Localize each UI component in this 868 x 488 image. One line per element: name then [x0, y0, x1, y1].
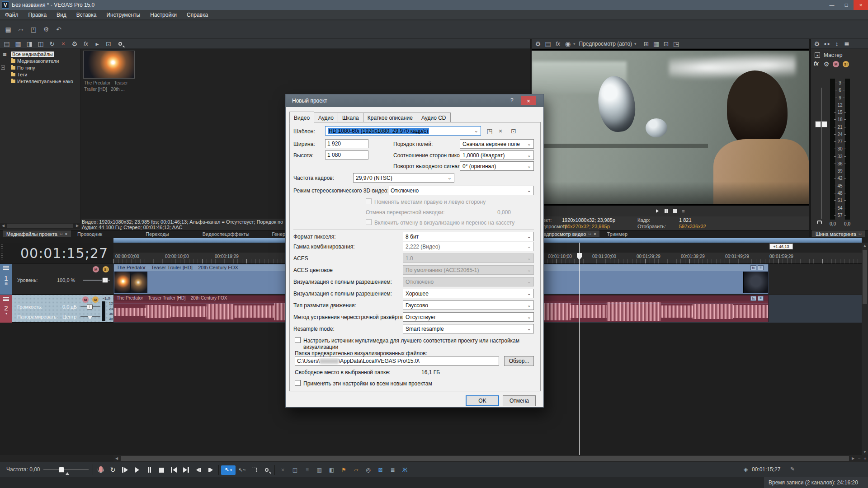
zoom-tool-button[interactable] — [261, 465, 272, 474]
deinterlace-combo[interactable]: Отсутствует⌄ — [403, 312, 534, 322]
edit-timecode-icon[interactable]: ✎ — [790, 466, 795, 472]
media-views-icon[interactable]: ⊡ — [104, 39, 113, 48]
track1-solo-icon[interactable]: S! — [103, 266, 109, 272]
height-input[interactable]: 1 080 — [325, 150, 368, 160]
rotation-combo[interactable]: 0° (оригинал)⌄ — [460, 161, 534, 171]
tree-item-by-type[interactable]: + По типу — [0, 64, 80, 71]
field-order-combo[interactable]: Сначала верхнее поле⌄ — [460, 139, 534, 149]
tab-float-icon[interactable]: □ — [859, 232, 861, 236]
media-clip-item[interactable]: The Predator Teaser Trailer [HD] 20th ..… — [83, 51, 137, 96]
apply-all-checkbox[interactable] — [295, 380, 301, 386]
trim-icon[interactable]: ◫ — [289, 465, 301, 474]
drag-grip[interactable] — [1, 244, 3, 262]
preview-camera-icon[interactable]: ◉ — [563, 39, 572, 48]
stop-button[interactable] — [156, 465, 167, 474]
stereo-3d-combo[interactable]: Отключено⌄ — [388, 186, 534, 195]
master-gear-icon[interactable]: ⚙ — [823, 61, 830, 68]
ripple-icon[interactable]: ◧ — [326, 465, 337, 474]
tab-close-icon[interactable]: × — [65, 232, 67, 236]
fps-combo[interactable]: 29,970 (NTSC)⌄ — [353, 173, 454, 183]
rate-slider[interactable] — [43, 469, 89, 470]
event-fx-icon[interactable]: fx — [750, 265, 756, 270]
track1-level-handle[interactable] — [102, 277, 108, 283]
preview-quality-dropdown[interactable]: Предпросмотр (авто) ▾ — [579, 41, 637, 47]
master-mute-icon[interactable]: M — [833, 61, 839, 67]
track2-number-strip[interactable]: 2 ◂ — [0, 295, 12, 323]
go-to-start-button[interactable] — [168, 465, 179, 474]
scroll-thumb[interactable] — [121, 456, 849, 461]
dialog-title-bar[interactable]: Новый проект ? × — [286, 94, 543, 107]
mixer-icon[interactable]: ≣ — [387, 465, 398, 474]
record-button[interactable] — [95, 465, 106, 474]
match-media-checkbox[interactable] — [295, 337, 301, 343]
media-extract-icon[interactable]: ◫ — [36, 39, 46, 48]
mute-events-icon[interactable]: ⊠ — [375, 465, 386, 474]
scroll-left-icon[interactable]: ◀ — [0, 223, 6, 229]
tab-transitions[interactable]: Переходы — [146, 231, 169, 237]
event-menu-icon[interactable]: ≡ — [758, 265, 764, 270]
zoom-in-icon[interactable]: + — [862, 456, 868, 461]
preview-pause-icon[interactable] — [663, 206, 669, 216]
media-capture-icon[interactable]: ◨ — [24, 39, 34, 48]
envelope-tool-button[interactable]: ↖~ — [236, 465, 248, 474]
rate-handle[interactable] — [59, 467, 64, 473]
dialog-help-button[interactable]: ? — [510, 97, 514, 103]
previous-frame-button[interactable] — [193, 465, 204, 474]
master-solo-icon[interactable]: S! — [843, 61, 849, 67]
swap-checkbox[interactable] — [366, 198, 372, 204]
media-remove-icon[interactable]: × — [58, 39, 68, 48]
pause-button[interactable] — [144, 465, 155, 474]
template-match-media-icon[interactable]: ⊡ — [509, 127, 518, 136]
prerender-folder-input[interactable]: C:\Users\ \AppData\Local\VEGAS Pro\15.0\ — [295, 357, 499, 366]
track2-header[interactable]: 2 ◂ M S! -1,0 Громкость: 0,0 дБ Панорами… — [0, 295, 113, 323]
menu-tools[interactable]: Инструменты — [101, 10, 145, 20]
track2-solo-icon[interactable]: S! — [92, 296, 99, 303]
open-project-icon[interactable]: ▱ — [15, 25, 26, 34]
edit-tool-button[interactable]: ↖▾ — [221, 465, 236, 475]
timeline-vscrollbar[interactable]: ▲ ▼ — [862, 243, 868, 455]
master-fx-icon[interactable]: fx — [814, 61, 819, 67]
delete-button[interactable]: × — [277, 465, 288, 474]
close-button[interactable]: × — [854, 0, 868, 10]
include-checkbox[interactable] — [366, 219, 372, 225]
track2-mute-icon[interactable]: M — [82, 296, 89, 303]
scroll-right-icon[interactable]: ▶ — [850, 456, 856, 460]
cancel-button[interactable]: Отмена — [503, 395, 536, 406]
browse-button[interactable]: Обзор... — [504, 356, 534, 366]
tab-explorer[interactable]: Проводник — [77, 231, 102, 237]
maximize-button[interactable]: □ — [839, 0, 854, 10]
media-fx-icon[interactable]: fx — [81, 39, 91, 48]
track2-volume-handle[interactable] — [87, 304, 93, 310]
marker-flag-icon[interactable]: ⚑ — [338, 465, 349, 474]
playhead-line[interactable] — [579, 243, 580, 455]
scroll-thumb[interactable] — [863, 250, 867, 304]
next-frame-button[interactable] — [205, 465, 216, 474]
gamma-combo[interactable]: 2,222 (Видео)⌄ — [403, 242, 534, 251]
preview-grid-icon[interactable]: ⊞ — [642, 39, 651, 48]
event-fx-icon[interactable]: fx — [750, 296, 756, 301]
tab-close-icon[interactable]: × — [594, 232, 596, 236]
pixel-format-combo[interactable]: 8 бит⌄ — [403, 232, 534, 241]
track1-mute-icon[interactable]: M — [93, 266, 99, 272]
media-import-icon[interactable]: ▦ — [13, 39, 23, 48]
menu-edit[interactable]: Правка — [24, 10, 52, 20]
par-combo[interactable]: 1,0000 (Квадрат)⌄ — [460, 150, 534, 160]
preview-list-icon[interactable]: ≡ — [682, 208, 684, 214]
tab-trimmer[interactable]: Триммер — [607, 231, 627, 237]
master-dim-icon[interactable]: ↕ — [833, 39, 841, 48]
master-fader-right[interactable] — [821, 121, 827, 127]
fullres2-combo[interactable]: Хорошее⌄ — [403, 289, 534, 298]
zoom-out-icon[interactable]: − — [856, 456, 862, 461]
loop-region-icon[interactable]: ◎ — [363, 465, 374, 474]
preview-fx-icon[interactable]: fx — [553, 39, 562, 48]
master-fader-left[interactable] — [815, 121, 821, 127]
menu-view[interactable]: Вид — [52, 10, 71, 20]
scroll-left-icon[interactable]: ◀ — [113, 456, 120, 460]
time-display[interactable]: 00:01:15;27 — [0, 243, 113, 263]
tab-video-fx[interactable]: Видеоспецэффекты — [203, 231, 250, 237]
width-input[interactable]: 1 920 — [325, 139, 368, 148]
new-project-icon[interactable]: ▤ — [3, 25, 14, 34]
preview-snapshot-icon[interactable]: ◳ — [672, 39, 681, 48]
template-combo[interactable]: HD 1080-60i (868x488; 29,970 кадр/с) ⌄ — [325, 126, 481, 136]
tree-item-all-media[interactable]: ▦ Все медиафайлы — [0, 51, 80, 57]
